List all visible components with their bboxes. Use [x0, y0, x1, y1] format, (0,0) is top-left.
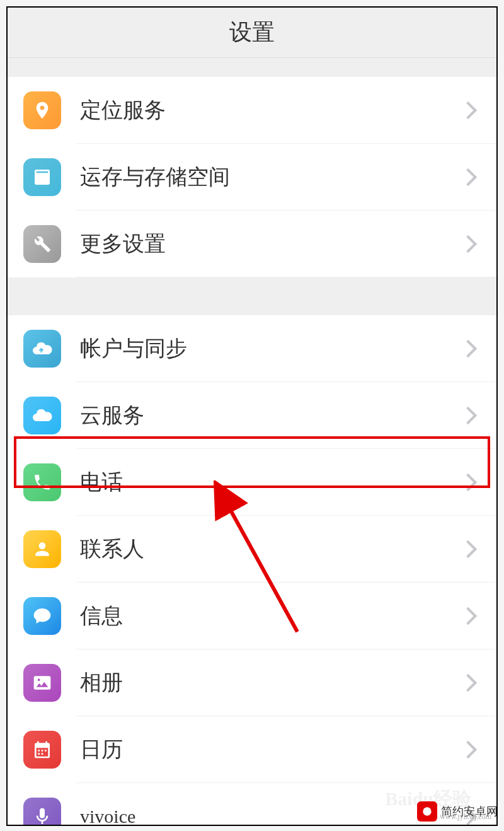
chevron-right-icon: [459, 407, 477, 424]
location-icon: [23, 91, 61, 129]
settings-item-storage[interactable]: 运存与存储空间: [8, 144, 496, 211]
settings-item-messages[interactable]: 信息: [8, 583, 496, 649]
storage-icon: [23, 158, 61, 196]
chevron-right-icon: [459, 340, 477, 357]
settings-item-calendar[interactable]: 日历: [8, 716, 496, 783]
gallery-icon: [23, 664, 61, 702]
settings-label: 帐户与同步: [80, 334, 462, 363]
section-gap: [8, 277, 496, 315]
page-title: 设置: [229, 17, 275, 48]
chevron-right-icon: [459, 168, 477, 186]
header: 设置: [8, 8, 496, 58]
footer-branding: 简约安卓网 www.jylzwj.com: [417, 801, 498, 822]
cloud-icon: [23, 397, 61, 434]
chevron-right-icon: [459, 474, 477, 491]
calendar-icon: [23, 731, 61, 769]
chevron-right-icon: [459, 607, 477, 625]
chevron-right-icon: [459, 674, 477, 692]
settings-item-contacts[interactable]: 联系人: [8, 516, 496, 583]
footer-icon: [417, 801, 437, 822]
svg-point-2: [423, 807, 431, 815]
chevron-right-icon: [459, 741, 477, 758]
settings-label: 运存与存储空间: [80, 163, 462, 192]
settings-label: 定位服务: [80, 96, 462, 125]
settings-item-phone[interactable]: 电话: [8, 449, 496, 516]
section-gap: [8, 58, 496, 77]
message-icon: [23, 597, 61, 635]
settings-item-account[interactable]: 帐户与同步: [8, 315, 496, 382]
settings-screen: 设置 定位服务 运存与存储空间 更多设置 帐户与同步: [6, 6, 498, 826]
settings-label: 日历: [80, 735, 462, 764]
settings-item-cloud[interactable]: 云服务: [8, 382, 496, 449]
settings-item-more[interactable]: 更多设置: [8, 211, 496, 277]
settings-label: 更多设置: [80, 230, 462, 259]
person-icon: [23, 530, 61, 568]
mic-icon: [23, 798, 61, 826]
settings-label: 云服务: [80, 401, 462, 430]
chevron-right-icon: [459, 235, 477, 253]
settings-label: 相册: [80, 668, 462, 697]
cloud-sync-icon: [23, 330, 61, 368]
chevron-right-icon: [459, 102, 477, 119]
settings-item-gallery[interactable]: 相册: [8, 649, 496, 716]
settings-label: 联系人: [80, 535, 462, 564]
chevron-right-icon: [459, 540, 477, 558]
phone-icon: [23, 463, 61, 501]
settings-label: 信息: [80, 601, 462, 631]
wrench-icon: [23, 225, 61, 263]
settings-item-location[interactable]: 定位服务: [8, 77, 496, 144]
settings-label: 电话: [80, 468, 462, 497]
footer-url: www.jylzwj.com: [440, 812, 491, 822]
